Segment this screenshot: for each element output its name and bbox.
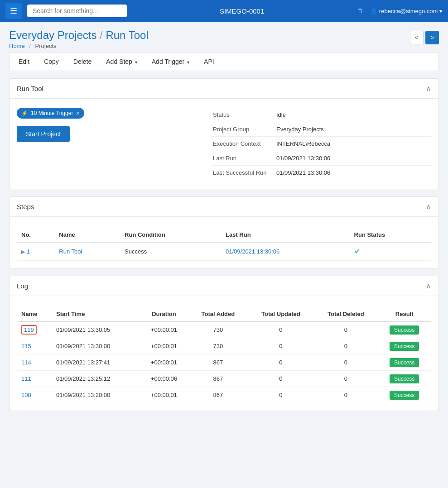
last-successful-run-value: 01/09/2021 13:30:06 [275, 166, 431, 180]
table-row: 114 01/09/2021 13:27:41 +00:00:01 867 0 … [17, 354, 431, 371]
lightning-icon: ⚡ [21, 110, 28, 116]
run-tool-right: Status Idle Project Group Everyday Proje… [211, 108, 431, 180]
delete-button[interactable]: Delete [72, 57, 93, 66]
step-name-link[interactable]: Run Tool [59, 248, 82, 255]
add-step-arrow: ▾ [135, 60, 137, 65]
steps-body: No. Name Run Condition Last Run Run Stat… [10, 217, 438, 268]
log-table: Name Start Time Duration Total Added Tot… [17, 307, 431, 403]
success-badge: Success [390, 391, 419, 400]
log-body: Name Start Time Duration Total Added Tot… [10, 296, 438, 411]
log-id-link[interactable]: 115 [21, 343, 31, 349]
next-button[interactable]: > [425, 31, 439, 44]
add-step-button[interactable]: Add Step ▾ [104, 57, 139, 66]
breadcrumb-sep1: / [29, 43, 31, 49]
log-result-cell: Success [377, 371, 431, 387]
notifications-icon[interactable]: 🗒 [357, 8, 363, 14]
start-project-button[interactable]: Start Project [17, 126, 70, 142]
success-badge: Success [390, 325, 419, 335]
project-group-link[interactable]: Everyday Projects [9, 29, 96, 41]
log-start-time-cell: 01/09/2021 13:30:00 [52, 338, 140, 354]
log-title: Log [17, 282, 28, 290]
steps-section-header: Steps ∧ [10, 197, 438, 217]
trigger-label: 10 Minute Trigger [31, 110, 73, 116]
last-successful-run-label: Last Successful Run [211, 166, 275, 180]
log-duration-cell: +00:00:01 [140, 354, 189, 371]
project-group-label: Project Group [211, 122, 275, 137]
log-col-name: Name [17, 307, 52, 321]
step-run-status-cell: ✔ [350, 242, 431, 261]
table-row: 119 01/09/2021 13:30:05 +00:00:01 730 0 … [17, 321, 431, 338]
step-no-cell: ▶ 1 [17, 242, 54, 261]
project-group-row: Project Group Everyday Projects [211, 122, 431, 137]
run-tool-section-header: Run Tool ∧ [10, 79, 438, 99]
log-total-deleted-cell: 0 [314, 387, 377, 403]
log-section: Log ∧ Name Start Time Duration Total Add… [9, 276, 439, 411]
page-header: Everyday Projects / Run Tool Home / Proj… [9, 29, 439, 49]
trigger-remove-button[interactable]: ✕ [76, 110, 80, 116]
success-badge: Success [390, 342, 419, 351]
steps-title: Steps [17, 203, 34, 211]
nav-arrows: < > [410, 31, 439, 44]
expand-arrow[interactable]: ▶ [21, 249, 25, 254]
status-label: Status [211, 108, 275, 122]
log-col-total-added: Total Added [188, 307, 247, 321]
log-total-updated-cell: 0 [247, 321, 314, 338]
log-id-link[interactable]: 114 [21, 359, 31, 366]
project-group-value[interactable]: Everyday Projects [275, 122, 431, 137]
search-input[interactable] [27, 5, 127, 17]
log-result-cell: Success [377, 387, 431, 403]
log-id-link[interactable]: 111 [21, 375, 31, 382]
toolbar: Edit Copy Delete Add Step ▾ Add Trigger … [9, 52, 439, 71]
execution-context-value[interactable]: INTERNAL\Rebecca [275, 137, 431, 151]
table-row: 108 01/09/2021 13:20:00 +00:00:01 867 0 … [17, 387, 431, 403]
log-total-added-cell: 867 [188, 354, 247, 371]
menu-button[interactable]: ☰ [5, 3, 22, 19]
log-total-deleted-cell: 0 [314, 371, 377, 387]
add-trigger-button[interactable]: Add Trigger ▾ [150, 57, 191, 66]
col-no: No. [17, 228, 54, 242]
log-id-link[interactable]: 108 [21, 392, 31, 398]
project-name: Run Tool [106, 29, 148, 41]
log-id-link[interactable]: 119 [21, 325, 37, 335]
success-badge: Success [390, 358, 419, 367]
title-separator: / [100, 29, 106, 41]
success-badge: Success [390, 374, 419, 383]
log-name-cell: 108 [17, 387, 52, 403]
log-duration-cell: +00:00:01 [140, 321, 189, 338]
log-col-result: Result [377, 307, 431, 321]
log-name-cell: 119 [17, 321, 52, 338]
log-collapse-button[interactable]: ∧ [426, 282, 431, 290]
steps-header-row: No. Name Run Condition Last Run Run Stat… [17, 228, 431, 242]
run-tool-section: Run Tool ∧ ⚡ 10 Minute Trigger ✕ Start P… [9, 78, 439, 189]
run-tool-body: ⚡ 10 Minute Trigger ✕ Start Project Stat… [10, 99, 438, 189]
api-button[interactable]: API [202, 57, 216, 66]
log-total-updated-cell: 0 [247, 387, 314, 403]
prev-button[interactable]: < [410, 31, 424, 44]
col-last-run: Last Run [221, 228, 350, 242]
log-total-updated-cell: 0 [247, 354, 314, 371]
log-duration-cell: +00:00:01 [140, 387, 189, 403]
user-dropdown-icon[interactable]: ▾ [439, 8, 443, 14]
main-content: Everyday Projects / Run Tool Home / Proj… [0, 22, 448, 488]
log-col-start-time: Start Time [52, 307, 140, 321]
edit-button[interactable]: Edit [17, 57, 31, 66]
log-total-added-cell: 867 [188, 371, 247, 387]
log-result-cell: Success [377, 321, 431, 338]
log-total-deleted-cell: 0 [314, 354, 377, 371]
run-tool-title: Run Tool [17, 85, 43, 92]
col-name: Name [54, 228, 120, 242]
copy-button[interactable]: Copy [42, 57, 61, 66]
run-tool-left: ⚡ 10 Minute Trigger ✕ Start Project [17, 108, 200, 180]
step-no-link[interactable]: 1 [27, 248, 30, 255]
steps-collapse-button[interactable]: ∧ [426, 202, 431, 211]
trigger-badge: ⚡ 10 Minute Trigger ✕ [17, 108, 84, 119]
log-col-total-deleted: Total Deleted [314, 307, 377, 321]
run-tool-collapse-button[interactable]: ∧ [426, 84, 431, 93]
user-area: 🗒 👤 rebecca@simego.com ▾ [357, 8, 443, 14]
last-run-row: Last Run 01/09/2021 13:30:06 [211, 151, 431, 166]
last-run-label: Last Run [211, 151, 275, 166]
breadcrumb-home[interactable]: Home [9, 43, 25, 49]
user-info: 👤 rebecca@simego.com ▾ [370, 8, 443, 14]
log-section-header: Log ∧ [10, 276, 438, 296]
log-total-added-cell: 730 [188, 338, 247, 354]
